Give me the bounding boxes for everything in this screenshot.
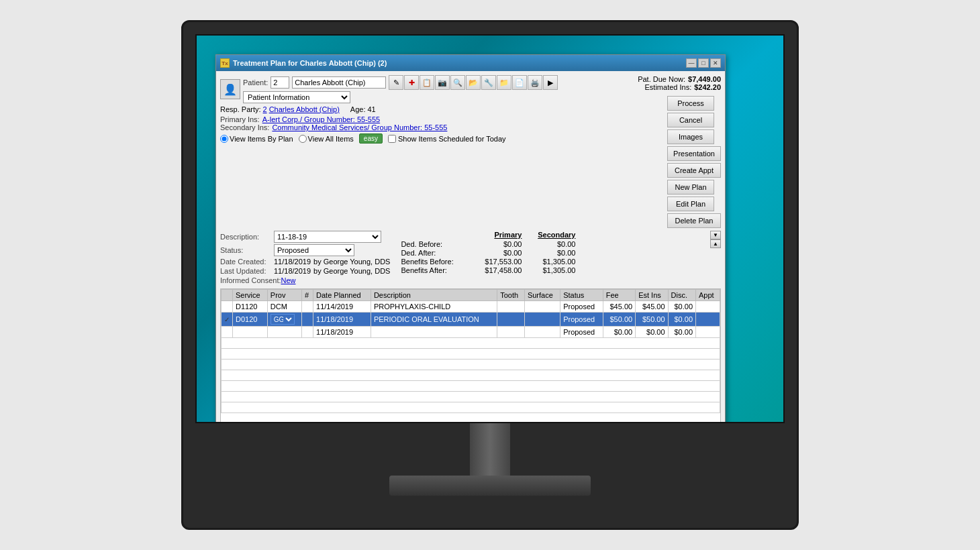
ded-after-primary: $0.00 [468,249,522,257]
row-fee-2: $50.00 [603,313,635,327]
row-check-3[interactable] [222,327,233,338]
col-prov: Prov [267,290,301,301]
description-select[interactable]: 11-18-19 [274,231,381,243]
toolbar-print-icon[interactable]: 🖨️ [528,75,542,90]
toolbar-folder-icon[interactable]: 📂 [466,75,481,90]
primary-ins-label: Primary Ins: [220,115,260,123]
patient-info-select[interactable]: Patient Information [243,91,350,103]
row-service-3 [233,327,268,338]
patient-id-input[interactable] [271,76,289,89]
scroll-up-button[interactable]: ▲ [710,239,721,248]
est-ins-value: $242.20 [694,83,721,91]
benefits-before-primary: $17,553.00 [468,258,522,266]
side-buttons: Process Cancel Images Presentation Creat… [667,96,721,228]
new-plan-button[interactable]: New Plan [667,180,714,195]
maximize-button[interactable]: □ [698,58,709,68]
date-created-value: 11/18/2019 [274,258,311,266]
minimize-button[interactable]: — [686,58,697,68]
view-by-plan-radio[interactable] [220,135,228,143]
row-date-3: 11/18/2019 [313,327,371,338]
table-row[interactable]: D1120 DCM 11/14/2019 PROPHYLAXIS-CHILD P… [222,301,720,313]
table-row-empty [222,381,720,392]
age-value: 41 [367,105,375,113]
row-desc-2: PERIODIC ORAL EVALUATION [371,313,497,327]
patient-avatar: 👤 [220,79,240,99]
table-row-empty [222,392,720,402]
row-status-2: Proposed [560,313,603,327]
status-label: Status: [220,246,274,254]
resp-party-label: Resp. Party: [220,105,261,113]
table-row-empty [222,360,720,370]
row-check-2[interactable]: ✓ [222,313,233,327]
row-prov-3 [267,327,301,338]
toolbar-page-icon[interactable]: 📄 [512,75,527,90]
col-check [222,290,233,301]
deductibles-section: Primary Secondary Ded. Before: $0.00 $0.… [401,231,575,275]
row-check-1[interactable] [222,301,233,313]
col-status: Status [560,290,603,301]
pat-due-value: $7,449.00 [688,75,721,83]
monitor-stand-base [389,476,591,496]
close-button[interactable]: ✕ [710,58,721,68]
view-by-plan-label: View Items By Plan [230,135,293,143]
presentation-button[interactable]: Presentation [667,146,721,161]
toolbar-wrench-icon[interactable]: 🔧 [481,75,496,90]
secondary-ins-label: Secondary Ins: [220,123,269,131]
row-status-1: Proposed [560,301,603,313]
status-select[interactable]: Proposed [274,244,354,256]
row-date-1: 11/14/2019 [313,301,371,313]
edit-plan-button[interactable]: Edit Plan [667,197,714,211]
row-estins-3: $0.00 [636,327,668,338]
ded-before-primary: $0.00 [468,240,522,248]
toolbar-arrow-icon[interactable]: ▶ [543,75,558,90]
secondary-header: Secondary [522,231,575,239]
dialog-body: 👤 Patient: ✎ ✚ [216,71,725,423]
monitor-screen: Tx Treatment Plan for Charles Abbott (Ch… [195,34,785,423]
ded-after-label: Ded. After: [401,249,468,257]
secondary-ins-value[interactable]: Community Medical Services/ Group Number… [272,123,447,131]
row-surface-3 [524,327,560,338]
row-disc-1: $0.00 [668,301,695,313]
toolbar-search-icon[interactable]: 🔍 [450,75,465,90]
view-all-option[interactable]: View All Items [299,135,354,143]
ded-before-label: Ded. Before: [401,240,468,248]
row-surface-2 [524,313,560,327]
create-appt-button[interactable]: Create Appt [667,163,721,178]
view-by-plan-option[interactable]: View Items By Plan [220,135,293,143]
scroll-buttons: ▼ ▲ [710,231,721,248]
toolbar-add-icon[interactable]: ✚ [404,75,419,90]
informed-consent-link[interactable]: New [281,276,296,284]
toolbar-edit-icon[interactable]: ✎ [389,75,403,90]
titlebar-controls: — □ ✕ [686,58,721,68]
ded-before-secondary: $0.00 [522,240,575,248]
row-prov-2[interactable]: GGY [267,313,301,327]
toolbar-folder2-icon[interactable]: 📁 [497,75,511,90]
benefits-after-label: Benefits After: [401,266,468,274]
data-table-area: Service Prov # Date Planned Description … [220,288,721,423]
process-button[interactable]: Process [667,96,714,111]
cancel-button[interactable]: Cancel [667,113,714,127]
prov-select-2[interactable]: GGY [271,314,295,325]
table-row[interactable]: ✓ D0120 GGY 11/18/2019 PERIODIC ORAL EVA… [222,313,720,327]
toolbar-camera-icon[interactable]: 📷 [435,75,450,90]
table-row-empty [222,338,720,349]
view-all-radio[interactable] [299,135,307,143]
easy-button[interactable]: easy [359,133,383,144]
scroll-down-button[interactable]: ▼ [710,231,721,239]
row-appt-3 [696,327,720,338]
table-row[interactable]: 11/18/2019 Proposed $0.00 $0.00 $0.00 [222,327,720,338]
patient-name-input[interactable] [292,76,386,89]
primary-ins-value[interactable]: A-lert Corp./ Group Number: 55-555 [262,115,380,123]
patient-label: Patient: [243,78,268,87]
delete-plan-button[interactable]: Delete Plan [667,213,721,228]
toolbar-doc-icon[interactable]: 📋 [420,75,434,90]
table-header: Service Prov # Date Planned Description … [222,290,720,301]
benefits-before-secondary: $1,305.00 [522,258,575,266]
row-prov-1: DCM [267,301,301,313]
benefits-before-label: Benefits Before: [401,258,468,266]
row-estins-1: $45.00 [636,301,668,313]
show-today-checkbox[interactable] [388,135,396,143]
resp-party-name[interactable]: Charles Abbott (Chip) [269,105,340,113]
images-button[interactable]: Images [667,129,714,144]
ded-after-secondary: $0.00 [522,249,575,257]
